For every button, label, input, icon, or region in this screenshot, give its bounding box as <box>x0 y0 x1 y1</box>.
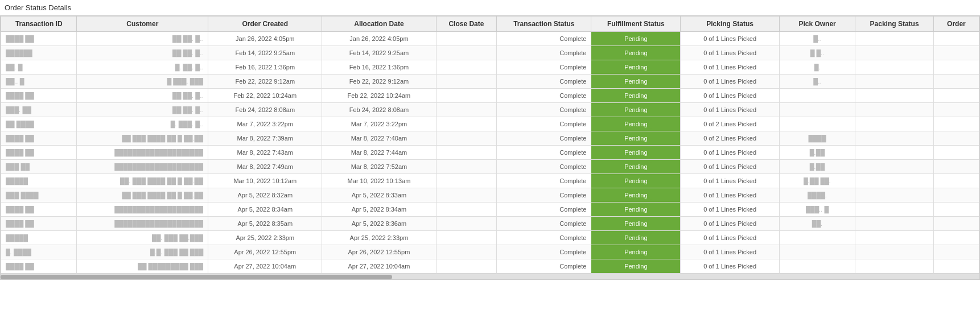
horizontal-scrollbar[interactable] <box>1 274 979 279</box>
table-cell: 0 of 1 Lines Picked <box>681 203 780 217</box>
table-cell: ██ ██. █.. <box>77 103 208 117</box>
table-cell <box>436 245 497 259</box>
table-cell: 0 of 1 Lines Picked <box>681 174 780 188</box>
col-header-allocation-date: Allocation Date <box>322 16 436 32</box>
table-header-row: Transaction ID Customer Order Created Al… <box>1 16 979 32</box>
table-cell: ████████████████████ <box>77 217 208 231</box>
table-cell: Apr 26, 2022 12:55pm <box>322 245 436 259</box>
table-row[interactable]: ███ ██████████████████████Mar 8, 2022 7:… <box>1 160 979 174</box>
table-cell: Jan 26, 2022 4:05pm <box>322 32 436 46</box>
scrollbar-thumb[interactable] <box>1 275 392 279</box>
table-row[interactable]: ██.. ██ ███. ███Feb 22, 2022 9:12amFeb 2… <box>1 75 979 89</box>
table-row[interactable]: ████ ██████████████████████Apr 5, 2022 8… <box>1 203 979 217</box>
table-cell <box>855 188 934 203</box>
fulfillment-badge: Pending <box>620 176 652 185</box>
table-cell <box>933 174 979 188</box>
table-cell <box>855 117 934 131</box>
table-cell: ███ ██ <box>1 160 77 174</box>
table-cell: Mar 8, 2022 7:43am <box>208 146 322 160</box>
table-cell: Pending <box>591 259 681 274</box>
table-row[interactable]: █. █████.█. ███ ██ ███Apr 26, 2022 12:55… <box>1 245 979 259</box>
table-row[interactable]: ██. ██. ██. █..Feb 16, 2022 1:36pmFeb 16… <box>1 60 979 75</box>
table-cell <box>436 188 497 203</box>
table-cell: ████ ██ <box>1 217 77 231</box>
table-cell <box>933 188 979 203</box>
table-cell: Feb 16, 2022 1:36pm <box>322 60 436 75</box>
table-cell <box>933 259 979 274</box>
table-cell <box>779 259 855 274</box>
table-cell <box>933 131 979 146</box>
table-cell <box>779 231 855 245</box>
table-cell: ████████████████████ <box>77 203 208 217</box>
table-cell <box>855 75 934 89</box>
table-cell: Complete <box>497 146 591 160</box>
table-cell: Pending <box>591 203 681 217</box>
fulfillment-badge: Pending <box>620 134 652 143</box>
table-row[interactable]: ████ ████ █████████ ███Apr 27, 2022 10:0… <box>1 259 979 274</box>
table-row[interactable]: ████ ██████████████████████Mar 8, 2022 7… <box>1 146 979 160</box>
table-cell <box>855 203 934 217</box>
table-row[interactable]: ████ ████ ██. █..Feb 22, 2022 10:24amFeb… <box>1 89 979 103</box>
table-row[interactable]: ████████ ██. █..Feb 14, 2022 9:25amFeb 1… <box>1 46 979 60</box>
table-cell: █ ███. ███ <box>77 75 208 89</box>
table-cell <box>933 46 979 60</box>
table-cell: Pending <box>591 188 681 203</box>
table-row[interactable]: ███████. ███ ██.███Apr 25, 2022 2:33pmAp… <box>1 231 979 245</box>
table-cell: Complete <box>497 231 591 245</box>
table-cell: 0 of 2 Lines Picked <box>681 131 780 146</box>
table-cell <box>855 245 934 259</box>
table-cell <box>933 32 979 46</box>
table-cell <box>436 174 497 188</box>
table-row[interactable]: ███ ██████ ███ ████ ██ █ ██.██Apr 5, 202… <box>1 188 979 203</box>
table-cell <box>779 117 855 131</box>
table-cell: ████. <box>779 188 855 203</box>
table-cell: Pending <box>591 231 681 245</box>
table-cell: Feb 14, 2022 9:25am <box>208 46 322 60</box>
table-row[interactable]: ████ ████ ███ ████ ██ █ ██.██Mar 8, 2022… <box>1 131 979 146</box>
table-cell: Complete <box>497 46 591 60</box>
table-cell: ████ ██ <box>1 89 77 103</box>
table-cell <box>855 146 934 160</box>
table-cell <box>933 217 979 231</box>
table-row[interactable]: ████ ██████████████████████Apr 5, 2022 8… <box>1 217 979 231</box>
fulfillment-badge: Pending <box>620 119 652 129</box>
table-cell: █.██ <box>779 146 855 160</box>
table-cell: ██ ██. █.. <box>77 32 208 46</box>
table-cell: Complete <box>497 160 591 174</box>
table-cell: Feb 24, 2022 8:08am <box>208 103 322 117</box>
table-cell: Feb 22, 2022 9:12am <box>208 75 322 89</box>
table-cell: Pending <box>591 117 681 131</box>
table-cell <box>933 146 979 160</box>
table-row[interactable]: ████ ████ ██. █..Jan 26, 2022 4:05pmJan … <box>1 32 979 46</box>
table-cell <box>933 89 979 103</box>
table-cell: Mar 8, 2022 7:52am <box>322 160 436 174</box>
table-cell: Pending <box>591 174 681 188</box>
table-cell: 0 of 1 Lines Picked <box>681 75 780 89</box>
table-cell: ██ ██. █.. <box>77 46 208 60</box>
table-cell: Apr 5, 2022 8:34am <box>322 203 436 217</box>
table-cell: 0 of 1 Lines Picked <box>681 231 780 245</box>
table-cell <box>855 46 934 60</box>
table-row[interactable]: ███. ████ ██. █..Feb 24, 2022 8:08amFeb … <box>1 103 979 117</box>
table-cell: Apr 5, 2022 8:32am <box>208 188 322 203</box>
table-cell: ████ ██ <box>1 131 77 146</box>
table-cell <box>436 231 497 245</box>
table-cell <box>855 217 934 231</box>
fulfillment-badge: Pending <box>620 148 652 157</box>
table-cell <box>933 231 979 245</box>
table-cell: 0 of 1 Lines Picked <box>681 89 780 103</box>
table-cell: Apr 27, 2022 10:04am <box>322 259 436 274</box>
table-cell: Apr 26, 2022 12:55pm <box>208 245 322 259</box>
table-cell <box>933 160 979 174</box>
table-cell: Complete <box>497 217 591 231</box>
table-cell: █. ███. █.. <box>77 117 208 131</box>
table-cell: ██. █ <box>1 60 77 75</box>
table-cell <box>933 60 979 75</box>
table-cell: Mar 8, 2022 7:40am <box>322 131 436 146</box>
table-row[interactable]: ██ █████. ███. █..Mar 7, 2022 3:22pmMar … <box>1 117 979 131</box>
fulfillment-badge: Pending <box>620 34 652 43</box>
table-cell <box>436 103 497 117</box>
table-row[interactable]: ███████. ███ ████ ██ █ ██.██Mar 10, 2022… <box>1 174 979 188</box>
table-cell: ██. ███ ████ ██ █ ██.██ <box>77 174 208 188</box>
table-cell: Complete <box>497 60 591 75</box>
